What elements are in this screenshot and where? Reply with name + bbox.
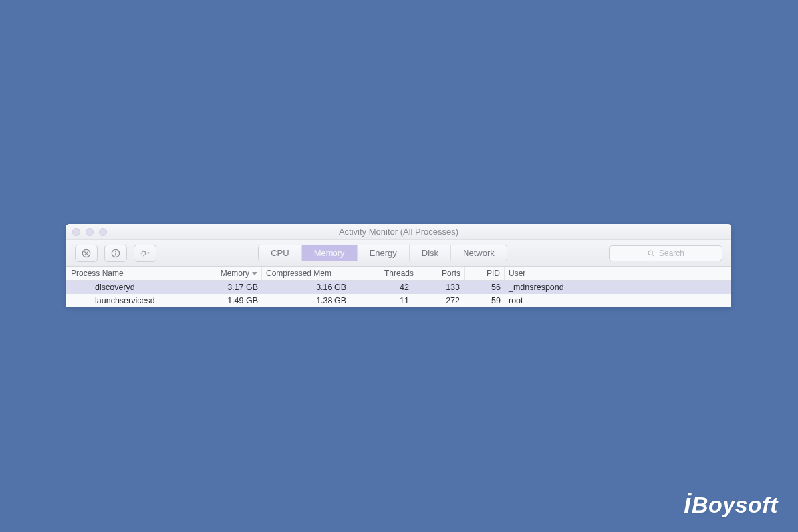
tab-memory[interactable]: Memory	[302, 245, 358, 261]
tab-network[interactable]: Network	[451, 245, 507, 261]
svg-line-12	[145, 255, 146, 255]
cell-process-name: discoveryd	[66, 281, 205, 294]
titlebar: Activity Monitor (All Processes)	[66, 224, 732, 240]
column-user[interactable]: User	[505, 267, 732, 280]
cell-memory: 3.17 GB	[205, 281, 262, 294]
svg-line-16	[652, 254, 654, 256]
cell-memory: 1.49 GB	[205, 294, 262, 307]
tab-energy[interactable]: Energy	[358, 245, 410, 261]
cell-pid: 56	[465, 281, 505, 294]
column-memory[interactable]: Memory	[205, 267, 262, 280]
info-button[interactable]	[104, 245, 127, 262]
cell-user: _mdnsrespond	[505, 281, 732, 294]
svg-point-6	[142, 251, 146, 255]
close-window-button[interactable]	[72, 228, 80, 236]
minimize-window-button[interactable]	[86, 228, 94, 236]
column-ports[interactable]: Ports	[418, 267, 465, 280]
svg-line-13	[145, 251, 146, 251]
search-field[interactable]: Search	[609, 245, 722, 261]
toolbar: CPU Memory Energy Disk Network Search	[66, 240, 732, 267]
search-icon	[647, 249, 655, 257]
activity-monitor-window: Activity Monitor (All Processes)	[66, 224, 732, 307]
gear-icon	[140, 249, 150, 258]
svg-point-15	[648, 251, 652, 255]
svg-rect-5	[115, 253, 116, 255]
cell-compressed-mem: 1.38 GB	[262, 294, 358, 307]
chevron-down-icon	[148, 252, 150, 254]
cell-threads: 42	[358, 281, 418, 294]
tab-cpu[interactable]: CPU	[259, 245, 301, 261]
cell-ports: 133	[418, 281, 465, 294]
cell-ports: 272	[418, 294, 465, 307]
stop-process-button[interactable]	[75, 245, 98, 262]
cell-process-name: launchservicesd	[66, 294, 205, 307]
table-row[interactable]: launchservicesd 1.49 GB 1.38 GB 11 272 5…	[66, 294, 732, 307]
stop-icon	[82, 249, 91, 258]
zoom-window-button[interactable]	[99, 228, 107, 236]
tab-disk[interactable]: Disk	[410, 245, 451, 261]
svg-line-11	[142, 251, 142, 251]
traffic-lights	[72, 228, 107, 236]
table-header: Process Name Memory Compressed Mem Threa…	[66, 267, 732, 281]
resource-tabs: CPU Memory Energy Disk Network	[258, 245, 507, 261]
info-icon	[111, 249, 120, 258]
svg-line-14	[142, 255, 142, 255]
column-process-name[interactable]: Process Name	[66, 267, 205, 280]
watermark: iBoysoft	[684, 489, 778, 519]
cell-pid: 59	[465, 294, 505, 307]
cell-compressed-mem: 3.16 GB	[262, 281, 358, 294]
column-compressed-mem[interactable]: Compressed Mem	[262, 267, 358, 280]
search-placeholder: Search	[659, 249, 684, 258]
table-row[interactable]: discoveryd 3.17 GB 3.16 GB 42 133 56 _md…	[66, 281, 732, 294]
column-pid[interactable]: PID	[465, 267, 505, 280]
settings-menu-button[interactable]	[134, 245, 156, 262]
toolbar-left-group	[75, 245, 156, 262]
sort-desc-icon	[252, 272, 257, 275]
svg-point-4	[115, 251, 116, 252]
cell-threads: 11	[358, 294, 418, 307]
window-title: Activity Monitor (All Processes)	[66, 227, 732, 237]
column-threads[interactable]: Threads	[358, 267, 418, 280]
cell-user: root	[505, 294, 732, 307]
